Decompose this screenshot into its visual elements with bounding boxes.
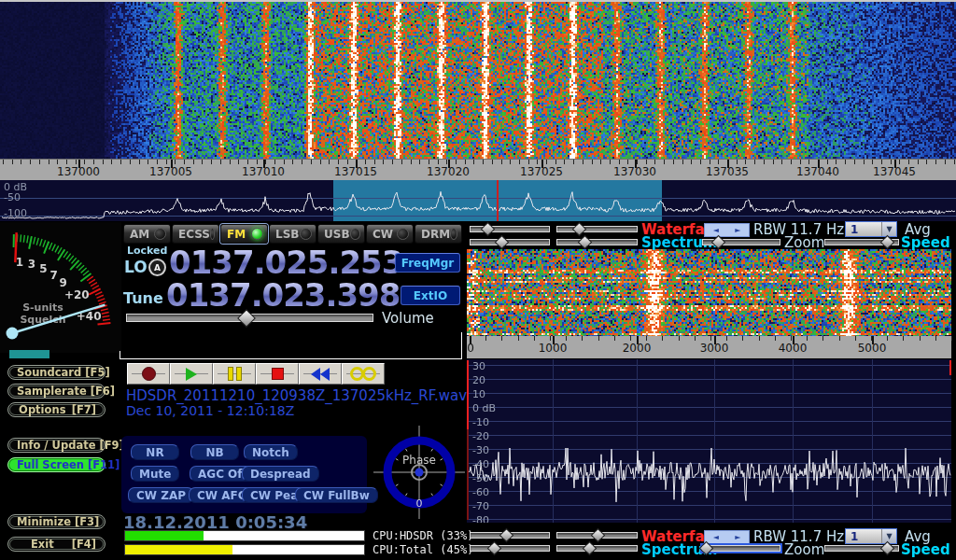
scale-tick bbox=[157, 160, 158, 164]
right_panel_bottom-spectrum-range-slider[interactable] bbox=[556, 545, 638, 552]
mode-label: DRM bbox=[421, 228, 450, 241]
play-button[interactable] bbox=[170, 363, 213, 385]
right_panel_top-speed-slider-thumb[interactable] bbox=[880, 235, 895, 250]
mode-button-am[interactable]: AM bbox=[123, 224, 171, 244]
scale-tick bbox=[808, 160, 809, 164]
scale-tick bbox=[485, 336, 486, 341]
right_panel_top-spectrum-range-slider-thumb[interactable] bbox=[578, 235, 593, 250]
scale-tick bbox=[518, 336, 519, 341]
stop-button[interactable] bbox=[256, 363, 299, 385]
volume-slider[interactable] bbox=[126, 314, 373, 322]
right_panel_bottom-avg-select[interactable]: 1▼ bbox=[845, 528, 897, 544]
scale-tick bbox=[899, 160, 900, 164]
right_panel_top-brightness-slider-thumb[interactable] bbox=[481, 222, 496, 237]
chevron-down-icon[interactable]: ▼ bbox=[881, 222, 896, 236]
scale-tick bbox=[130, 160, 131, 164]
audio-spectrum-display[interactable]: 3020100 dB-10-20-30-40-50-60-70-80 bbox=[467, 359, 951, 523]
squelch-indicator[interactable] bbox=[9, 350, 49, 358]
audio-frequency-scale[interactable]: 010002000300040005000 bbox=[467, 336, 951, 358]
right_panel_top-spectrum-gain-slider-thumb[interactable] bbox=[494, 235, 509, 250]
tune-frequency-display[interactable]: 0137.023.398 bbox=[166, 279, 400, 311]
mode-led-icon bbox=[450, 228, 457, 240]
right_panel_bottom-spectrum-range-slider-thumb[interactable] bbox=[583, 541, 598, 556]
freqmgr-button[interactable]: FreqMgr bbox=[395, 253, 460, 273]
sidebar-button-label: Exit bbox=[17, 538, 68, 551]
scale-tick bbox=[935, 336, 936, 341]
loop-button[interactable] bbox=[342, 363, 385, 385]
record-button[interactable] bbox=[127, 363, 170, 385]
sidebar-button-exit[interactable]: Exit[F4] bbox=[7, 537, 105, 552]
dsp-button-mute[interactable]: Mute bbox=[131, 466, 179, 482]
right_panel_top-speed-slider[interactable] bbox=[824, 239, 899, 245]
frequency-scale[interactable]: 1370001370051370101370151370201370251370… bbox=[0, 159, 956, 181]
sidebar-button-options[interactable]: Options[F7] bbox=[7, 402, 105, 417]
right_panel_top-contrast-slider[interactable] bbox=[556, 226, 638, 232]
pause-button[interactable] bbox=[213, 363, 256, 385]
right_panel_top-avg-select[interactable]: 1▼ bbox=[845, 221, 897, 237]
main-spectrum-display[interactable]: 0 dB-50-100 bbox=[0, 180, 956, 221]
dsp-button-cw-zap[interactable]: CW ZAP bbox=[128, 487, 194, 503]
tune-frequency-marker[interactable] bbox=[497, 180, 499, 221]
rewind-button[interactable] bbox=[299, 363, 342, 385]
right_panel_bottom-brightness-slider-thumb[interactable] bbox=[499, 528, 514, 543]
right_panel_bottom-zoom-slider[interactable] bbox=[702, 545, 780, 552]
sidebar-button-soundcard[interactable]: Soundcard[F5] bbox=[7, 365, 105, 380]
right_panel_top-zoom-slider[interactable] bbox=[702, 239, 780, 245]
mode-button-lsb[interactable]: LSB bbox=[269, 224, 316, 244]
scale-tick bbox=[175, 160, 176, 164]
sidebar-button-label: Samplerate bbox=[17, 385, 87, 398]
right_panel_bottom-spectrum-gain-slider-thumb[interactable] bbox=[487, 541, 502, 556]
scale-tick bbox=[855, 336, 856, 341]
sidebar-button-samplerate[interactable]: Samplerate[F6] bbox=[7, 384, 105, 399]
cpu-bar-track bbox=[124, 544, 365, 555]
dsp-button-notch[interactable]: Notch bbox=[244, 444, 298, 460]
s-meter[interactable] bbox=[0, 222, 121, 353]
audio-waterfall-display[interactable] bbox=[467, 249, 951, 336]
dsp-button-despread[interactable]: Despread bbox=[242, 466, 319, 482]
mode-led-icon bbox=[251, 228, 263, 240]
scale-tick bbox=[247, 160, 248, 164]
db-label: 10 bbox=[472, 388, 485, 400]
scale-tick bbox=[807, 336, 808, 341]
mode-button-drm[interactable]: DRM bbox=[415, 224, 462, 244]
lock-icon[interactable]: A bbox=[148, 259, 166, 276]
scale-tick bbox=[510, 160, 511, 164]
right_panel_bottom-spectrum-gain-slider[interactable] bbox=[470, 545, 550, 552]
main-waterfall-display[interactable] bbox=[0, 2, 956, 159]
db-label: -100 bbox=[4, 207, 27, 219]
step-right-icon[interactable]: ► bbox=[727, 224, 750, 236]
extio-button[interactable]: ExtIO bbox=[401, 286, 460, 305]
phase-dial[interactable] bbox=[373, 426, 465, 519]
right_panel_bottom-contrast-slider-thumb[interactable] bbox=[590, 528, 605, 543]
scale-tick bbox=[791, 160, 792, 164]
sidebar-button-full-screen[interactable]: Full Screen[F11] bbox=[7, 457, 105, 472]
scale-tick bbox=[754, 160, 755, 164]
dsp-button-cw-fullbw[interactable]: CW FullBw bbox=[295, 487, 378, 503]
right_panel_top-spectrum-range-slider[interactable] bbox=[556, 239, 638, 245]
mode-button-cw[interactable]: CW bbox=[366, 224, 414, 244]
right_panel_top-brightness-slider[interactable] bbox=[470, 226, 550, 232]
dsp-button-nb[interactable]: NB bbox=[190, 444, 239, 460]
clock-datetime: 18.12.2011 0:05:34 bbox=[123, 512, 307, 532]
scale-tick bbox=[726, 336, 727, 341]
sidebar-button-fkey: [F3] bbox=[75, 515, 99, 528]
right_panel_bottom-contrast-slider[interactable] bbox=[556, 532, 638, 539]
scale-tick bbox=[501, 336, 502, 341]
lo-frequency-display[interactable]: 0137.025.253 bbox=[169, 246, 402, 278]
mode-button-fm[interactable]: FM bbox=[220, 224, 268, 244]
cpu-bar-label: CPU:Total (45%) bbox=[373, 543, 473, 556]
playback-position-frame[interactable] bbox=[120, 332, 462, 359]
scale-tick-label: 137005 bbox=[149, 165, 192, 178]
right_panel_bottom-brightness-slider[interactable] bbox=[470, 532, 550, 539]
mode-button-ecss[interactable]: ECSS bbox=[172, 224, 219, 244]
mode-button-usb[interactable]: USB bbox=[317, 224, 365, 244]
step-right-icon[interactable]: ► bbox=[727, 531, 750, 543]
dsp-button-nr[interactable]: NR bbox=[131, 444, 179, 460]
right_panel_bottom-speed-slider[interactable] bbox=[824, 545, 899, 552]
scale-tick bbox=[646, 336, 647, 341]
cpu-bar-label: CPU:HDSDR (33%) bbox=[373, 529, 473, 542]
sidebar-button-info-update[interactable]: Info / Update[F9] bbox=[7, 438, 105, 453]
sidebar-button-minimize[interactable]: Minimize[F3] bbox=[7, 514, 105, 529]
right_panel_top-spectrum-gain-slider[interactable] bbox=[470, 239, 550, 245]
chevron-down-icon[interactable]: ▼ bbox=[881, 529, 896, 543]
